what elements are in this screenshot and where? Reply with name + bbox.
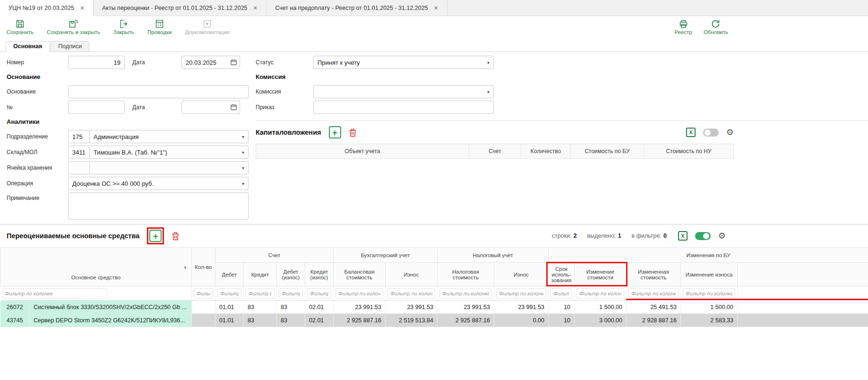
credit-dep-cell[interactable]: 02.01 — [305, 301, 334, 314]
excel-export-icon[interactable]: X — [686, 128, 696, 137]
depreciation-nu-cell[interactable]: 0.00 — [494, 314, 549, 327]
note-field[interactable] — [68, 192, 249, 220]
capital-column-quantity[interactable]: Количество — [521, 144, 571, 158]
filter-credit-input[interactable] — [246, 288, 275, 298]
close-icon[interactable]: ✕ — [253, 5, 258, 11]
changed-value-cell[interactable]: 25 491.53 — [627, 301, 681, 314]
assets-delete-button[interactable] — [171, 231, 180, 241]
filter-debit-dep-input[interactable] — [279, 288, 303, 298]
department-code-field[interactable] — [68, 130, 90, 143]
column-header-depreciation-bu[interactable]: Износ — [386, 263, 438, 286]
filter-value-change-input[interactable] — [576, 288, 624, 298]
table-row-selected[interactable]: 43745 Сервер DEPO Storm 3450Z2 G6242K/51… — [0, 314, 868, 327]
save-and-close-button[interactable]: Сохранить и закрыть — [47, 19, 100, 35]
column-header-credit-dep[interactable]: Кредит (износ) — [305, 263, 334, 286]
column-header-debit-dep[interactable]: Дебет (износ) — [277, 263, 305, 286]
credit-cell[interactable]: 83 — [244, 301, 277, 314]
capital-column-object[interactable]: Объект учета — [256, 144, 469, 158]
depreciation-bu-cell[interactable]: 23 991.53 — [386, 301, 438, 314]
basis-field[interactable] — [68, 85, 249, 98]
column-header-useful-life[interactable]: Срок исполь-зования — [549, 263, 575, 286]
window-tab-revaluation-registry[interactable]: Акты переоценки - Реестр от 01.01.2025 -… — [94, 0, 266, 16]
window-tab-document[interactable]: УЦН №19 от 20.03.2025 ✕ — [0, 0, 94, 16]
filter-depreciation-bu-input[interactable] — [387, 288, 435, 298]
assets-toggle[interactable] — [695, 232, 711, 240]
depreciation-bu-cell[interactable]: 2 519 513.84 — [386, 314, 438, 327]
capital-delete-button[interactable] — [348, 128, 358, 138]
postings-button[interactable]: Проводки — [147, 19, 172, 35]
column-header-depreciation-change[interactable]: Изменение износа — [681, 263, 738, 286]
tab-main[interactable]: Основная — [6, 41, 50, 52]
capital-column-account[interactable]: Счет — [469, 144, 521, 158]
useful-life-cell[interactable]: 10 — [549, 301, 575, 314]
order-field[interactable] — [313, 101, 494, 114]
filter-debit-input[interactable] — [217, 288, 241, 298]
calendar-icon[interactable] — [230, 59, 237, 66]
assets-add-button[interactable]: + — [149, 230, 162, 242]
asset-name-cell[interactable]: Системный блок 3330/S3200SHV/2xGbECC/2x2… — [30, 301, 192, 314]
refresh-button[interactable]: Обновить — [704, 19, 728, 35]
tax-value-cell[interactable]: 23 991.53 — [438, 301, 494, 314]
asset-name-cell[interactable]: Сервер DEPO Storm 3450Z2 G6242K/512ПИКУ8… — [30, 314, 192, 327]
close-icon[interactable]: ✕ — [80, 5, 85, 11]
storage-cell-code-field[interactable] — [68, 161, 90, 174]
column-header-value-change[interactable]: Изменение стоимости — [575, 263, 627, 286]
operation-select[interactable]: Дооценка ОС >= 40 000 руб. ▾ — [68, 177, 249, 190]
asset-id-cell[interactable]: 43745 — [0, 314, 30, 327]
close-button[interactable]: Закрыть — [113, 19, 134, 35]
filter-tax-value-input[interactable] — [439, 288, 492, 298]
filter-asset-input[interactable] — [2, 288, 107, 298]
balance-value-cell[interactable]: 2 925 887.16 — [334, 314, 386, 327]
column-header-tax-value[interactable]: Налоговая стоимость — [438, 263, 494, 286]
depreciation-change-cell[interactable]: 2 583.33 — [681, 314, 738, 327]
tab-signatures[interactable]: Подписи — [51, 41, 89, 52]
capital-column-cost-nu[interactable]: Стоимость по НУ — [644, 144, 734, 158]
value-change-cell[interactable]: 1 500.00 — [575, 301, 627, 314]
filter-changed-value-input[interactable] — [628, 288, 679, 298]
qty-cell[interactable] — [192, 301, 215, 314]
column-header-depreciation-nu[interactable]: Износ — [494, 263, 549, 286]
column-header-credit[interactable]: Кредит — [244, 263, 277, 286]
registry-button[interactable]: Реестр — [675, 19, 692, 35]
filter-balance-value-input[interactable] — [335, 288, 383, 298]
value-change-cell[interactable]: 3 000.00 — [575, 314, 627, 327]
gear-icon[interactable]: ⚙ — [718, 232, 726, 240]
capital-column-cost-bu[interactable]: Стоимость по БУ — [571, 144, 644, 158]
filter-useful-life-input[interactable] — [550, 288, 572, 298]
storage-cell-select[interactable]: ▾ — [90, 161, 249, 174]
changed-value-cell[interactable]: 2 928 887.16 — [627, 314, 681, 327]
credit-cell[interactable]: 83 — [244, 314, 277, 327]
status-select[interactable]: Принят к учету ▾ — [313, 56, 494, 69]
capital-add-button[interactable]: + — [329, 126, 341, 138]
filter-depreciation-change-input[interactable] — [683, 288, 735, 298]
close-icon[interactable]: ✕ — [434, 5, 438, 11]
department-select[interactable]: Администрация ▾ — [90, 130, 249, 143]
asset-id-cell[interactable]: 26072 — [0, 301, 30, 314]
tax-value-cell[interactable]: 2 925 887.16 — [438, 314, 494, 327]
table-row[interactable]: 26072 Системный блок 3330/S3200SHV/2xGbE… — [0, 301, 868, 314]
depreciation-change-cell[interactable]: 1 500.00 — [681, 301, 738, 314]
filter-qty-input[interactable] — [194, 288, 213, 298]
capital-toggle[interactable] — [703, 129, 719, 137]
number-field[interactable] — [68, 56, 125, 69]
debit-cell[interactable]: 01.01 — [215, 314, 244, 327]
qty-cell[interactable] — [192, 314, 215, 327]
depreciation-nu-cell[interactable]: 23 991.53 — [494, 301, 549, 314]
commission-select[interactable]: ▾ — [313, 85, 494, 98]
filter-credit-dep-input[interactable] — [307, 288, 331, 298]
debit-cell[interactable]: 01.01 — [215, 301, 244, 314]
column-header-balance-value[interactable]: Балансовая стоимость — [334, 263, 386, 286]
balance-value-cell[interactable]: 23 991.53 — [334, 301, 386, 314]
basis-number-field[interactable] — [68, 101, 125, 114]
debit-dep-cell[interactable]: 83 — [277, 301, 305, 314]
filter-depreciation-nu-input[interactable] — [496, 288, 546, 298]
warehouse-select[interactable]: Тимошин В.А. (Таб. №"1") ▾ — [90, 146, 249, 159]
calendar-icon[interactable] — [230, 104, 237, 111]
window-tab-invoice-registry[interactable]: Счет на предоплату - Реестр от 01.01.202… — [266, 0, 447, 16]
gear-icon[interactable]: ⚙ — [726, 128, 734, 137]
column-menu-icon[interactable]: ▼ — [183, 266, 187, 270]
column-header-debit[interactable]: Дебет — [215, 263, 244, 286]
column-header-asset[interactable]: Основное средство ▼ — [0, 248, 192, 286]
save-button[interactable]: Сохранить — [7, 19, 34, 35]
column-header-qty[interactable]: Кол-во — [192, 248, 215, 286]
